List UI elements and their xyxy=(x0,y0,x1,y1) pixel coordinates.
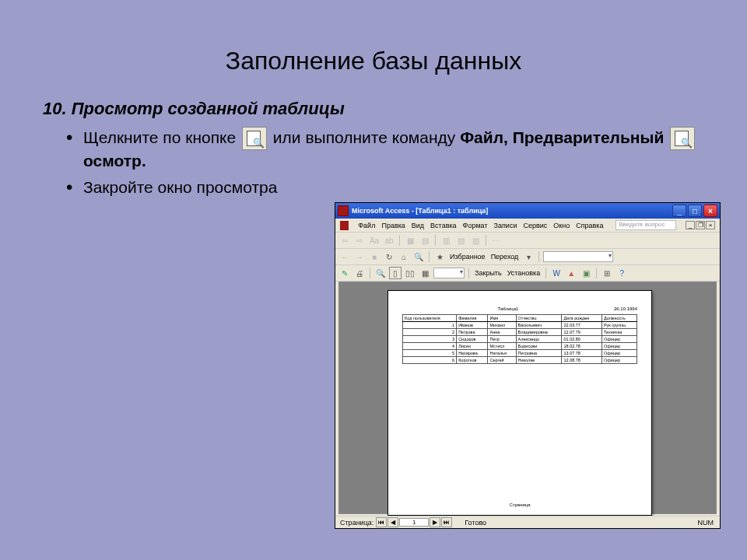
nav-back-icon[interactable]: ← xyxy=(338,250,351,263)
menu-edit[interactable]: Правка xyxy=(381,222,405,229)
bullet-item-2: Закройте окно просмотра xyxy=(66,177,704,198)
table-cell: Владимировна xyxy=(516,329,562,336)
table-cell: Анна xyxy=(488,329,516,336)
chart-icon[interactable]: ▲ xyxy=(565,267,577,279)
menu-view[interactable]: Вид xyxy=(412,222,424,229)
table-row: 5НазароваНатальяПетровна13.07.78Офицер xyxy=(403,350,637,357)
nav-forward-icon[interactable]: → xyxy=(353,250,366,263)
bullet1-text-mid: или выполните команду xyxy=(273,128,460,146)
db-icon[interactable]: ▣ xyxy=(580,267,592,279)
favorites-label[interactable]: Избранное xyxy=(448,253,487,261)
table-cell: 22.03.77 xyxy=(562,322,601,329)
pager: Страница: ⏮ ◀ ▶ ⏭ xyxy=(335,517,455,527)
slide-content: 10. Просмотр созданной таблицы Щелкните … xyxy=(0,99,747,198)
tree-icon[interactable]: ⊞ xyxy=(601,267,613,279)
table-cell: Александо xyxy=(516,336,562,343)
table-cell: 6 xyxy=(403,357,457,364)
grid4-icon[interactable]: ▧ xyxy=(454,234,467,247)
table-cell: Петр xyxy=(488,336,516,343)
table-cell: 5 xyxy=(403,350,457,357)
table-cell: 1 xyxy=(403,322,457,329)
menu-format[interactable]: Формат xyxy=(463,222,488,229)
close-button[interactable]: × xyxy=(703,205,717,217)
menu-help[interactable]: Справка xyxy=(576,222,603,229)
table-row: 6КоротковСергейНиколае12.08.78Офицер xyxy=(403,357,637,364)
back-icon[interactable]: ⇦ xyxy=(338,234,351,247)
address-dropdown[interactable] xyxy=(543,251,613,262)
slide-title: Заполнение базы данных xyxy=(0,47,747,75)
menu-records[interactable]: Записи xyxy=(494,222,517,229)
search-icon[interactable]: 🔍 xyxy=(412,250,425,263)
table-cell: Офицер xyxy=(601,336,637,343)
minimize-button[interactable]: _ xyxy=(672,205,686,217)
table-header: Дата рожден xyxy=(562,315,601,322)
table-cell: Назарова xyxy=(457,350,488,357)
menu-tools[interactable]: Сервис xyxy=(523,222,547,229)
pager-prev-button[interactable]: ◀ xyxy=(388,517,398,527)
zoom-icon[interactable]: 🔍 xyxy=(374,267,387,279)
table-cell: Сергей xyxy=(488,357,516,364)
menu-window[interactable]: Окно xyxy=(553,222,570,229)
page-date: 26.10.1994 xyxy=(614,306,637,311)
child-close-button[interactable]: × xyxy=(706,221,715,229)
word-icon[interactable]: W xyxy=(550,267,563,279)
bullet1-post: осмотр. xyxy=(83,152,146,170)
table-header: Должность xyxy=(601,315,637,322)
table-header: Фамилия xyxy=(457,315,488,322)
goto-arrow-icon[interactable]: ▾ xyxy=(522,250,535,263)
forward-icon[interactable]: ⇨ xyxy=(353,234,366,247)
child-minimize-button[interactable]: _ xyxy=(686,221,695,229)
close-preview-button[interactable]: Закрыть xyxy=(473,269,503,277)
table-cell: Иванов xyxy=(457,322,488,329)
pager-last-button[interactable]: ⏭ xyxy=(441,517,452,527)
font-a-icon[interactable]: Aa xyxy=(368,234,381,247)
pager-input[interactable] xyxy=(399,518,429,527)
table-cell: Петрова xyxy=(457,329,488,336)
print-preview-icon-2 xyxy=(670,127,695,150)
goto-label[interactable]: Переход xyxy=(489,253,521,261)
favorites-star-icon[interactable]: ★ xyxy=(433,250,446,263)
maximize-button[interactable]: □ xyxy=(688,205,702,217)
toolbar-favorites: ← → ■ ↻ ⌂ 🔍 ★ Избранное Переход ▾ xyxy=(335,249,720,265)
grid3-icon[interactable]: ▥ xyxy=(440,234,452,247)
statusbar: Страница: ⏮ ◀ ▶ ⏭ Готово NUM xyxy=(335,516,720,528)
two-page-icon[interactable]: ▯▯ xyxy=(404,267,416,279)
setup-button[interactable]: Установка xyxy=(506,269,542,277)
print-icon[interactable]: 🖨 xyxy=(353,267,366,279)
help-icon[interactable]: ? xyxy=(615,267,628,279)
toolbar-navigation: ⇦ ⇨ Aa ab ▦ ▤ ▥ ▧ ▨ ⋯ xyxy=(335,233,720,249)
menu-file[interactable]: Файл xyxy=(358,222,375,229)
font-ab-icon[interactable]: ab xyxy=(383,234,395,247)
pager-next-button[interactable]: ▶ xyxy=(430,517,440,527)
page-title: Таблица1 xyxy=(498,306,519,311)
table-header: Отчество xyxy=(516,315,562,322)
help-search-input[interactable]: Введите вопрос xyxy=(615,220,676,230)
refresh-icon[interactable]: ↻ xyxy=(383,250,395,263)
menu-insert[interactable]: Вставка xyxy=(430,222,456,229)
access-app-icon xyxy=(338,205,349,216)
table-cell: 12.07.79 xyxy=(562,329,601,336)
pager-first-button[interactable]: ⏮ xyxy=(376,517,387,527)
zoom-dropdown[interactable] xyxy=(433,268,465,278)
one-page-icon[interactable]: ▯ xyxy=(389,267,402,279)
grid1-icon[interactable]: ▦ xyxy=(404,234,416,247)
multi-page-icon[interactable]: ▦ xyxy=(419,267,431,279)
design-icon[interactable]: ✎ xyxy=(338,267,351,279)
more-icon[interactable]: ⋯ xyxy=(490,234,503,247)
grid2-icon[interactable]: ▤ xyxy=(419,234,431,247)
child-restore-button[interactable]: ❐ xyxy=(696,221,705,229)
grid5-icon[interactable]: ▨ xyxy=(469,234,482,247)
table-header: Имя xyxy=(488,315,516,322)
table-cell: 2 xyxy=(403,329,457,336)
home-icon[interactable]: ⌂ xyxy=(398,250,410,263)
table-cell: 12.08.78 xyxy=(562,357,601,364)
table-row: 3СидоровПетрАлександо01.02.80Офицер xyxy=(403,336,637,343)
table-row: 4ЛисинМстислБорисови18.02.78Офицер xyxy=(403,343,637,350)
table-cell: Николае xyxy=(516,357,562,364)
stop-icon[interactable]: ■ xyxy=(368,250,381,263)
bullet-item-1: Щелкните по кнопке или выполните команду… xyxy=(66,127,704,172)
table-cell: Михаил xyxy=(488,322,516,329)
pager-label: Страница: xyxy=(338,519,375,527)
preview-page[interactable]: Таблица1 26.10.1994 Код пользователяФами… xyxy=(388,290,652,516)
table-cell: Петровна xyxy=(516,350,562,357)
